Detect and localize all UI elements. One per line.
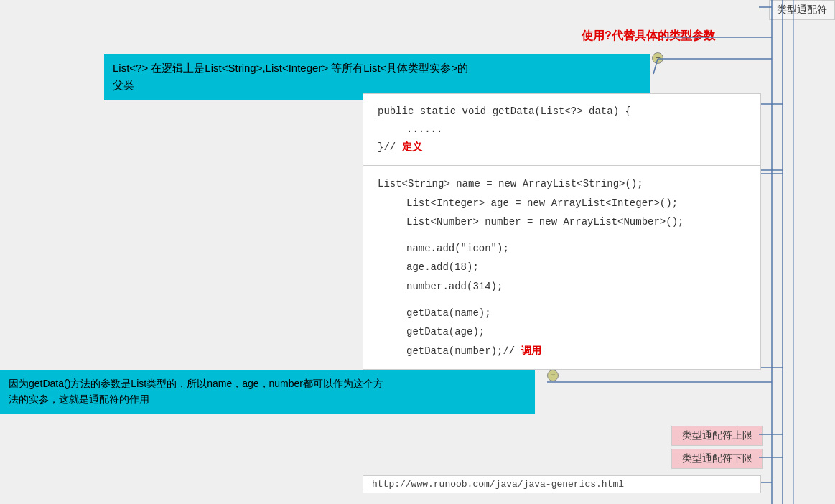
code-line-2: ...... [378,121,746,139]
code-define-label: 定义 [402,141,422,153]
cyan-box-bottom-line1: 因为getData()方法的参数是List类型的，所以name，age，numb… [9,378,383,389]
code-block-usage: List<String> name = new ArrayList<String… [363,165,761,370]
collapse-button-2[interactable]: − [547,370,559,381]
cyan-box-top-line1: List<?> 在逻辑上是List<String>,List<Integer> … [113,62,468,74]
bottom-label-upper[interactable]: 类型通配符上限 [671,426,763,446]
call-label: 调用 [521,345,541,357]
usage-line-5: name.add("icon"); [378,239,746,258]
code-line-1: public static void getData(List<?> data)… [378,103,746,121]
cyan-box-top-line2: 父类 [113,79,134,91]
code-line-3: }// 定义 [378,139,746,157]
usage-line-6: age.add(18); [378,258,746,277]
usage-line-9: getData(name); [378,304,746,323]
usage-line-11: getData(number);// 调用 [378,342,746,361]
collapse-button-1[interactable]: − [652,52,663,64]
cyan-box-bottom: 因为getData()方法的参数是List类型的，所以name，age，numb… [0,370,535,414]
bottom-label-lower[interactable]: 类型通配符下限 [671,449,763,469]
usage-line-2: List<Integer> age = new ArrayList<Intege… [378,194,746,213]
top-right-label: 类型通配符 [769,0,835,20]
url-bar: http://www.runoob.com/java/java-generics… [363,475,761,493]
usage-line-10: getData(age); [378,322,746,342]
cyan-box-bottom-line2: 法的实参，这就是通配符的作用 [9,393,149,405]
usage-line-7: number.add(314); [378,277,746,297]
code-block-definition: public static void getData(List<?> data)… [363,93,761,167]
usage-line-3: List<Number> number = new ArrayList<Numb… [378,213,746,232]
red-annotation-top: 使用?代替具体的类型参数 [582,29,715,44]
usage-line-1: List<String> name = new ArrayList<String… [378,174,746,194]
